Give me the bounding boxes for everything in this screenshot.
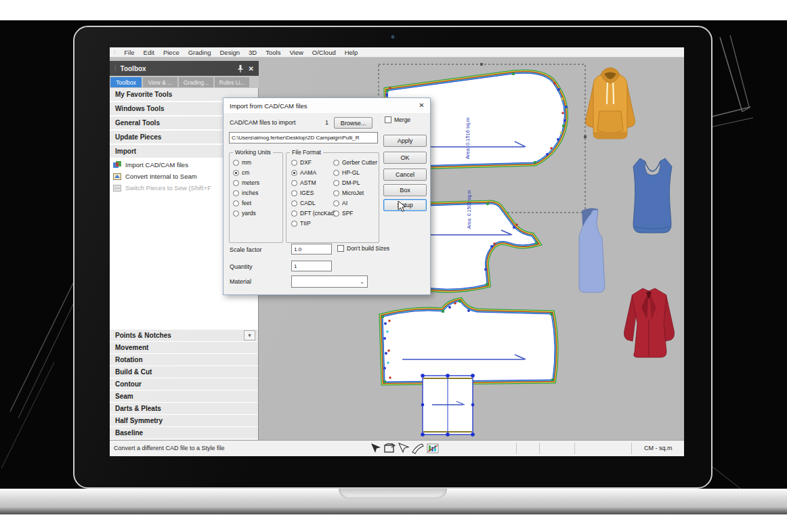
panel-close-icon[interactable]: ✕ [249, 65, 254, 72]
pattern-piece-rect[interactable] [421, 374, 475, 437]
section-label: Half Symmetry [115, 417, 163, 424]
section-points-notches[interactable]: Points & Notches ▾ [110, 330, 258, 341]
laptop-bezel: ⁞ File Edit Piece Grading Design 3D Tool… [73, 26, 712, 489]
section-label: Movement [115, 344, 148, 351]
radio-spf[interactable]: SPF [333, 210, 354, 217]
material-label: Material [230, 278, 251, 285]
tab-view[interactable]: View & ... [143, 77, 177, 87]
section-dropdown-icon[interactable]: ▾ [244, 330, 255, 340]
section-half-symmetry[interactable]: Half Symmetry [110, 415, 258, 426]
working-units-legend: Working Units [233, 149, 273, 156]
dont-build-sizes-checkbox[interactable]: Don't build Sizes [337, 245, 389, 252]
radio-cm[interactable]: cm [233, 169, 249, 176]
radio-dft[interactable]: DFT (cncKad) [291, 210, 336, 217]
racerback-image [579, 208, 605, 292]
ok-button[interactable]: OK [383, 152, 427, 164]
toolbox-panel-header[interactable]: ⁞ Toolbox ✕ [110, 61, 259, 76]
section-label: Update Pieces [115, 133, 161, 141]
mouse-cursor [397, 200, 406, 213]
tab-toolbox[interactable]: Toolbox [110, 77, 142, 87]
section-build-cut[interactable]: Build & Cut [110, 366, 258, 378]
menu-item-file[interactable]: File [124, 49, 134, 56]
radio-gerber-cutter[interactable]: Gerber Cutter [333, 159, 377, 166]
tab-rules[interactable]: Rules Li... [215, 77, 249, 87]
working-units-group: Working Units [229, 152, 283, 243]
radio-astm[interactable]: ASTM [291, 179, 316, 186]
hoodie-image [586, 68, 635, 139]
cancel-button[interactable]: Cancel [383, 169, 427, 181]
import-cadcam-icon [113, 161, 122, 169]
menu-item-help[interactable]: Help [345, 49, 358, 56]
import-dialog: Import from CAD/CAM files ✕ CAD/CAM file… [223, 97, 431, 295]
menu-item-3d[interactable]: 3D [249, 49, 257, 56]
radio-microjet[interactable]: MicroJet [333, 190, 364, 196]
status-units: CM - sq.m [644, 445, 673, 451]
browse-button[interactable]: Browse... [334, 117, 373, 129]
menu-item-ocloud[interactable]: O/Cloud [312, 49, 336, 56]
merge-checkbox[interactable]: Merge [385, 116, 410, 123]
dialog-title-bar[interactable]: Import from CAD/CAM files [224, 98, 430, 113]
menu-item-piece[interactable]: Piece [163, 49, 179, 56]
laptop-base-edge [0, 508, 787, 514]
area-label-1: Area: 0.1516 sq.m [465, 118, 471, 159]
section-darts-pleats[interactable]: Darts & Pleats [110, 403, 258, 414]
quantity-label: Quantity [230, 263, 253, 270]
menu-bar: ⁞ File Edit Piece Grading Design 3D Tool… [110, 47, 684, 58]
video-frame: ⁞ File Edit Piece Grading Design 3D Tool… [0, 20, 787, 514]
radio-hpgl[interactable]: HP-GL [333, 169, 360, 176]
menu-grip-icon: ⁞ [114, 49, 115, 56]
radio-dxf[interactable]: DXF [291, 159, 312, 166]
section-rotation[interactable]: Rotation [110, 354, 258, 365]
scale-factor-input[interactable]: 1.0 [291, 244, 332, 254]
convert-internal-icon [113, 173, 122, 181]
apply-button[interactable]: Apply [383, 135, 427, 147]
status-separator [539, 443, 540, 454]
scale-factor-label: Scale factor [230, 246, 262, 253]
section-movement[interactable]: Movement [110, 342, 258, 353]
tool-label: Convert Internal to Seam [125, 173, 197, 180]
radio-aama[interactable]: AAMA [291, 169, 316, 176]
box-button[interactable]: Box [383, 184, 427, 196]
chevron-down-icon: ⌄ [360, 279, 364, 285]
dont-build-sizes-box[interactable] [337, 245, 344, 252]
webcam-dot [391, 35, 395, 39]
tool-label: Switch Pieces to Sew (Shift+F [125, 184, 211, 192]
status-tool-icons[interactable] [369, 441, 447, 456]
section-baseline[interactable]: Baseline [110, 427, 258, 439]
file-path-input[interactable]: C:\Users\almog.ferber\Desktop\2D Campaig… [229, 132, 378, 143]
radio-tiip[interactable]: TIIP [291, 220, 311, 227]
menu-item-view[interactable]: View [289, 49, 303, 56]
material-select[interactable]: ⌄ [291, 275, 368, 288]
section-contour[interactable]: Contour [110, 378, 258, 390]
section-label: Baseline [115, 429, 143, 437]
merge-checkbox-box[interactable] [385, 116, 391, 123]
section-seam[interactable]: Seam [110, 391, 258, 402]
pin-icon[interactable] [238, 65, 243, 72]
tab-grading[interactable]: Grading... [179, 77, 213, 87]
switch-pieces-icon [113, 184, 122, 192]
radio-iges[interactable]: IGES [291, 190, 314, 196]
menu-item-tools[interactable]: Tools [265, 49, 280, 56]
section-label: Darts & Pleats [115, 405, 161, 412]
pattern-piece-back[interactable] [381, 300, 555, 384]
radio-yards[interactable]: yards [233, 210, 256, 217]
radio-inches[interactable]: inches [233, 190, 259, 196]
radio-meters[interactable]: meters [233, 179, 259, 186]
menu-item-design[interactable]: Design [220, 49, 240, 56]
dialog-close-icon[interactable]: ✕ [417, 100, 427, 110]
toolbox-tabs: Toolbox View & ... Grading... Rules Li..… [110, 76, 259, 88]
laptop-notch [339, 489, 447, 499]
radio-dmpl[interactable]: DM-PL [333, 179, 360, 186]
quantity-input[interactable]: 1 [291, 261, 332, 271]
files-count-value: 1 [325, 119, 328, 126]
tool-label: Import CAD/CAM files [125, 161, 188, 169]
radio-mm[interactable]: mm [233, 159, 251, 166]
status-bar: Convert a different CAD file to a Style … [110, 440, 684, 456]
radio-cadl[interactable]: CADL [291, 200, 316, 206]
files-to-import-label: CAD/CAM files to import [230, 119, 296, 126]
radio-feet[interactable]: feet [233, 200, 251, 206]
page: ⁞ File Edit Piece Grading Design 3D Tool… [0, 0, 787, 532]
radio-ai[interactable]: AI [333, 200, 347, 206]
menu-item-grading[interactable]: Grading [188, 49, 211, 56]
menu-item-edit[interactable]: Edit [144, 49, 154, 56]
